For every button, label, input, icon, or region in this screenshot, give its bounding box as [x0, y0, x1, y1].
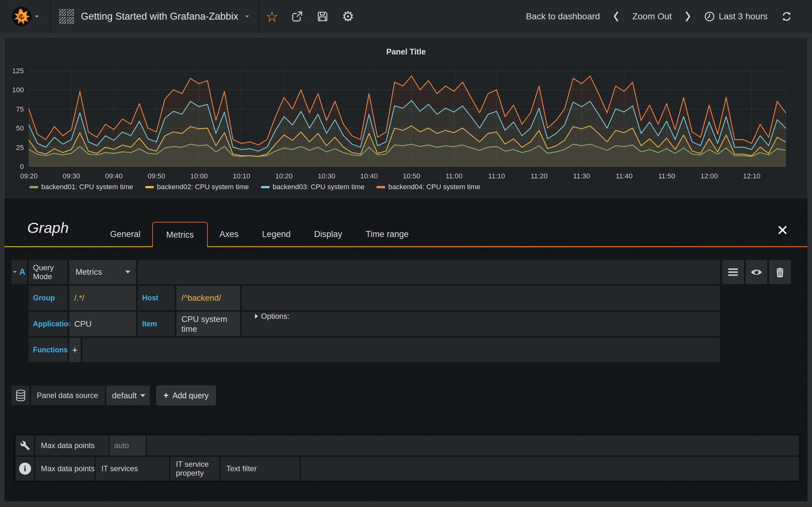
svg-text:11:00: 11:00 [446, 172, 462, 180]
row-filler [242, 286, 720, 310]
grafana-logo-menu[interactable] [0, 0, 50, 33]
datasource-select[interactable]: default [106, 386, 150, 405]
legend-item[interactable]: backend01: CPU system time [30, 183, 133, 191]
settings-button[interactable]: ⚙ [335, 0, 361, 33]
time-range-picker[interactable]: Last 3 hours [704, 11, 768, 22]
option-cell-max-data-points[interactable]: Max data points [35, 457, 95, 481]
tab-display[interactable]: Display [302, 222, 354, 247]
refresh-button[interactable] [781, 11, 792, 22]
legend-color-bar [376, 186, 385, 188]
plus-icon: + [163, 390, 168, 400]
navbar: Getting Started with Grafana-Zabbix ☆ [0, 0, 812, 33]
tab-legend[interactable]: Legend [250, 222, 302, 247]
query-row-a: A Query Mode Metrics [11, 260, 720, 284]
svg-text:11:40: 11:40 [616, 172, 632, 180]
group-input[interactable]: /.*/ [69, 286, 136, 310]
query-ref-letter: A [19, 267, 26, 277]
svg-text:125: 125 [12, 67, 24, 75]
svg-text:75: 75 [16, 105, 24, 113]
datasource-label: Panel data source [31, 386, 105, 405]
legend-color-bar [30, 186, 38, 188]
star-button[interactable]: ☆ [259, 0, 285, 33]
svg-text:11:30: 11:30 [573, 172, 590, 180]
query-menu-button[interactable] [722, 260, 744, 284]
options-toggle[interactable]: Options: [242, 312, 720, 321]
row-filler [301, 457, 799, 481]
add-query-button[interactable]: + Add query [156, 386, 216, 405]
editor-tabs: GeneralMetricsAxesLegendDisplayTime rang… [98, 222, 420, 247]
tab-general[interactable]: General [98, 222, 152, 247]
star-icon: ☆ [265, 9, 278, 24]
svg-text:10:50: 10:50 [403, 172, 420, 180]
option-cell-it-services[interactable]: IT services [96, 457, 169, 481]
query-mode-label-cell: Query Mode [29, 260, 67, 284]
svg-text:09:40: 09:40 [105, 172, 123, 180]
host-label-cell: Host [138, 286, 175, 310]
navbar-right: Back to dashboard Zoom Out Last 3 hours [526, 11, 792, 22]
query-mode-select[interactable]: Metrics [69, 260, 136, 284]
query-delete-button[interactable] [769, 260, 791, 284]
row-filler [82, 338, 720, 362]
time-range-label: Last 3 hours [719, 11, 768, 21]
save-icon [316, 10, 328, 22]
svg-text:50: 50 [16, 124, 24, 132]
svg-text:10:00: 10:00 [190, 172, 208, 180]
max-data-points-input-cell [110, 435, 146, 456]
collapse-caret-icon [13, 271, 17, 273]
grafana-logo-icon [11, 6, 32, 26]
max-data-points-row: Max data points [15, 435, 799, 456]
chevron-right-icon[interactable] [685, 11, 691, 22]
row-indent [11, 286, 27, 310]
tab-time-range[interactable]: Time range [354, 222, 420, 247]
svg-text:10:40: 10:40 [360, 172, 378, 180]
timeseries-chart[interactable]: 025507510012509:2009:3009:4009:5010:0010… [5, 38, 808, 183]
dashboard-actions: ☆ ⚙ [259, 0, 361, 33]
info-icon: i [19, 463, 31, 475]
database-icon-cell [11, 386, 30, 405]
host-input[interactable]: /^backend/ [176, 286, 240, 310]
row-indent [11, 338, 27, 362]
svg-text:09:30: 09:30 [63, 172, 80, 180]
item-input[interactable]: CPU system time [176, 312, 240, 336]
legend-label: backend02: CPU system time [157, 183, 249, 191]
query-row-functions: Functions + [11, 338, 720, 362]
row-indent [11, 312, 27, 336]
legend-item[interactable]: backend03: CPU system time [261, 183, 365, 191]
row-filler [147, 435, 799, 456]
svg-text:10:30: 10:30 [318, 172, 335, 180]
max-data-points-input[interactable] [110, 435, 146, 456]
item-label-cell: Item [138, 312, 175, 336]
title-caret-icon [245, 15, 249, 18]
legend-item[interactable]: backend04: CPU system time [376, 183, 480, 191]
panel-editor: Graph GeneralMetricsAxesLegendDisplayTim… [4, 198, 808, 501]
add-function-button[interactable]: + [69, 338, 81, 362]
tab-metrics[interactable]: Metrics [152, 222, 208, 247]
query-options-table: Max data points i Max data pointsIT serv… [14, 434, 801, 482]
zoom-out-link[interactable]: Zoom Out [632, 11, 671, 21]
back-to-dashboard-link[interactable]: Back to dashboard [526, 11, 600, 21]
dashboard-title: Getting Started with Grafana-Zabbix [81, 11, 238, 22]
dashboard-title-dropdown[interactable]: Getting Started with Grafana-Zabbix [50, 0, 258, 33]
share-icon [291, 10, 304, 23]
close-editor-button[interactable] [778, 225, 787, 235]
datasource-row: Panel data source default + Add query [11, 386, 216, 405]
chevron-left-icon[interactable] [613, 11, 619, 22]
options-arrow-icon [255, 314, 258, 319]
info-icon-cell: i [15, 457, 34, 481]
svg-text:0: 0 [20, 163, 24, 170]
query-options-tabs-row: i Max data pointsIT servicesIT service p… [15, 457, 799, 481]
tab-axes[interactable]: Axes [208, 222, 250, 247]
query-toggle-visibility-button[interactable] [746, 260, 767, 284]
svg-text:25: 25 [16, 144, 24, 152]
wrench-icon-cell [15, 435, 34, 456]
database-icon [15, 389, 26, 402]
option-cell-text-filter[interactable]: Text filter [220, 457, 300, 481]
share-button[interactable] [285, 0, 310, 33]
legend-item[interactable]: backend02: CPU system time [145, 183, 249, 191]
option-cell-it-service-property[interactable]: IT service property [170, 457, 219, 481]
svg-text:12:00: 12:00 [700, 172, 718, 180]
query-row-group-host: Group /.*/ Host /^backend/ [11, 286, 720, 310]
query-ref-toggle[interactable]: A [11, 260, 27, 284]
application-input[interactable]: CPU [69, 312, 136, 336]
save-button[interactable] [310, 0, 335, 33]
